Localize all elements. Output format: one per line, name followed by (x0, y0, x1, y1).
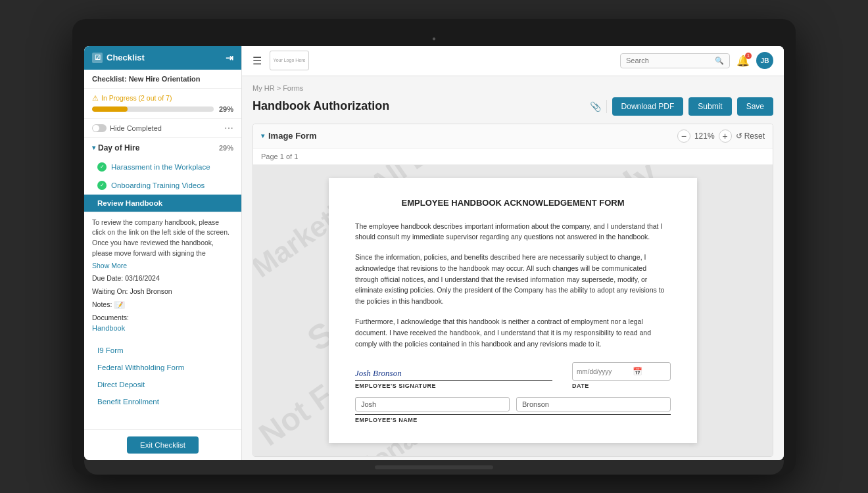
section-chevron-icon[interactable]: ▾ (92, 144, 95, 151)
progress-status-text: In Progress (2 out of 7) (101, 94, 172, 102)
task-description: To review the company handbook, please c… (92, 218, 233, 259)
form-chevron-icon[interactable]: ▾ (261, 132, 264, 139)
download-pdf-button[interactable]: Download PDF (612, 97, 684, 116)
progress-bar-fill (92, 106, 128, 112)
waiting-on-value: Josh Bronson (130, 287, 172, 295)
submit-button[interactable]: Submit (688, 97, 731, 116)
search-bar: 🔍 (620, 53, 730, 68)
form-section-title: Image Form (268, 131, 317, 141)
logo: Your Logo Here (270, 51, 309, 70)
checklist-name: Checklist: New Hire Orientation (84, 70, 241, 89)
form-card: ▾ Image Form − 121% + ↺ Reset (253, 124, 773, 458)
sig-label: EMPLOYEE'S SIGNATURE (355, 383, 552, 389)
warning-icon: ⚠ (92, 94, 99, 102)
signature-field: Josh Bronson EMPLOYEE'S SIGNATURE (355, 362, 552, 389)
page-info: Page 1 of 1 (253, 149, 773, 165)
due-date-value: 03/16/2024 (125, 274, 160, 282)
attachment-icon[interactable]: 📎 (590, 101, 601, 112)
date-label: DATE (572, 383, 671, 389)
waiting-on-label: Waiting On: (92, 287, 128, 295)
sidebar-title: Checklist (107, 53, 145, 62)
document-area: Marketing All Day Sample Only Not For Us… (253, 165, 773, 457)
breadcrumb: My HR > Forms (253, 84, 773, 92)
check-icon-2: ✓ (97, 181, 107, 190)
sidebar-item-onboarding[interactable]: ✓ Onboarding Training Videos (84, 176, 241, 195)
sidebar-item-withholding[interactable]: Federal Withholding Form (84, 359, 241, 376)
date-field: 📅 DATE (572, 362, 671, 389)
header-actions: 📎 Download PDF Submit Save (590, 97, 773, 116)
notes-icon: 📝 (114, 301, 125, 309)
search-icon: 🔍 (715, 57, 724, 65)
last-name-input[interactable] (516, 397, 671, 411)
top-nav: ☰ Your Logo Here 🔍 🔔 1 (242, 46, 784, 76)
other-items: I9 Form Federal Withholding Form Direct … (84, 339, 241, 413)
reset-label: Reset (744, 131, 765, 141)
logo-text: Your Logo Here (274, 58, 306, 63)
item-deposit-label: Direct Deposit (97, 381, 145, 388)
notification-bell[interactable]: 🔔 1 (736, 55, 750, 67)
page-header: Handbook Authorization 📎 Download PDF Su… (253, 97, 773, 116)
zoom-controls: − 121% + ↺ Reset (677, 129, 765, 143)
sidebar-item-deposit[interactable]: Direct Deposit (84, 376, 241, 393)
sidebar: ☑ Checklist ⇥ Checklist: New Hire Orient… (84, 46, 242, 460)
progress-status: ⚠ In Progress (2 out of 7) (92, 94, 233, 102)
check-icon-1: ✓ (97, 162, 107, 172)
sidebar-header: ☑ Checklist ⇥ (84, 46, 241, 70)
signature-section: Josh Bronson EMPLOYEE'S SIGNATURE 📅 (355, 362, 671, 389)
zoom-level: 121% (694, 131, 715, 141)
name-section: EMPLOYEE'S NAME (355, 397, 671, 423)
checklist-icon: ☑ (92, 53, 103, 63)
documents-label: Documents: (92, 314, 129, 321)
doc-para-3: Furthermore, I acknowledge that this han… (355, 316, 671, 349)
sidebar-item-handbook[interactable]: Review Handbook (84, 195, 241, 212)
item-label-2: Onboarding Training Videos (111, 181, 205, 189)
divider (606, 100, 607, 113)
search-input[interactable] (626, 57, 711, 64)
sidebar-footer: Exit Checklist (84, 429, 241, 460)
save-button[interactable]: Save (737, 97, 773, 116)
hide-completed-label: Hide Completed (110, 124, 162, 132)
date-input-wrap[interactable]: 📅 (572, 362, 671, 381)
hamburger-icon[interactable]: ☰ (253, 55, 262, 67)
sidebar-item-i9[interactable]: I9 Form (84, 342, 241, 359)
calendar-icon[interactable]: 📅 (633, 367, 642, 376)
item-label-1: Harassment in the Workplace (111, 163, 210, 171)
section-header: ▾ Day of Hire 29% (84, 138, 241, 158)
item-i9-label: I9 Form (97, 346, 124, 354)
section-title: Day of Hire (98, 143, 139, 153)
progress-bar (92, 106, 214, 112)
camera-dot: ● (432, 35, 436, 42)
doc-title: EMPLOYEE HANDBOOK ACKNOWLEDGEMENT FORM (355, 198, 671, 208)
sidebar-items: ▾ Day of Hire 29% ✓ Harassment in the Wo… (84, 138, 241, 429)
sidebar-collapse-icon[interactable]: ⇥ (226, 53, 233, 63)
reset-icon: ↺ (736, 131, 742, 141)
page-title: Handbook Authorization (253, 99, 389, 113)
item-withholding-label: Federal Withholding Form (97, 364, 184, 371)
toggle-switch[interactable] (92, 124, 107, 132)
progress-pct: 29% (219, 105, 233, 113)
exit-checklist-button[interactable]: Exit Checklist (127, 436, 199, 454)
date-input[interactable] (577, 368, 629, 375)
reset-button[interactable]: ↺ Reset (736, 131, 765, 141)
zoom-out-button[interactable]: − (677, 129, 690, 143)
doc-para-2: Since the information, policies, and ben… (355, 252, 671, 307)
more-options-icon[interactable]: ⋯ (224, 123, 233, 133)
sidebar-item-harassment[interactable]: ✓ Harassment in the Workplace (84, 158, 241, 176)
content-area: My HR > Forms Handbook Authorization 📎 D… (242, 76, 784, 460)
hide-completed-toggle[interactable]: Hide Completed (92, 124, 162, 132)
item-benefit-label: Benefit Enrollment (97, 398, 159, 406)
doc-para-1: The employee handbook describes importan… (355, 221, 671, 243)
notification-badge: 1 (745, 53, 752, 59)
first-name-input[interactable] (355, 397, 510, 411)
zoom-in-button[interactable]: + (719, 129, 732, 143)
task-details: To review the company handbook, please c… (84, 212, 241, 339)
doc-paper: EMPLOYEE HANDBOOK ACKNOWLEDGEMENT FORM T… (329, 178, 697, 444)
handbook-link[interactable]: Handbook (92, 323, 233, 334)
show-more-link[interactable]: Show More (92, 261, 233, 271)
item-label-3: Review Handbook (97, 199, 162, 207)
main-content: ☰ Your Logo Here 🔍 🔔 1 (242, 46, 784, 460)
section-pct: 29% (219, 144, 233, 152)
user-avatar[interactable]: JB (756, 52, 773, 69)
signature-display: Josh Bronson (355, 362, 552, 381)
sidebar-item-benefit[interactable]: Benefit Enrollment (84, 393, 241, 410)
